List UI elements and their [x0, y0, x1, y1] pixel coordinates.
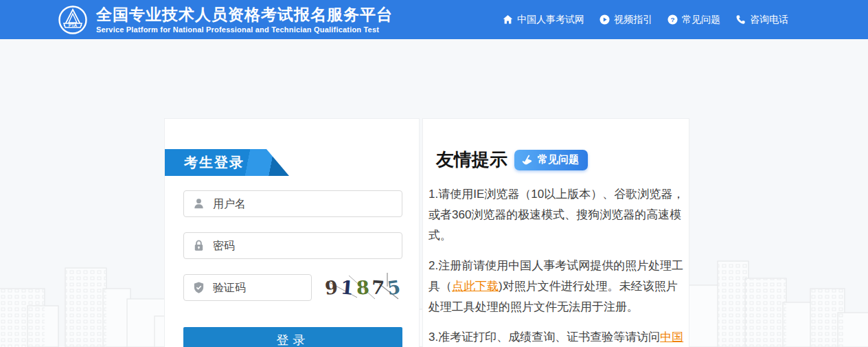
shield-check-icon	[192, 281, 205, 294]
user-icon	[192, 197, 205, 210]
captcha-input[interactable]	[213, 282, 303, 294]
nav-item-label: 常见问题	[682, 14, 720, 26]
header-nav: 中国人事考试网视频指引?常见问题咨询电话	[503, 14, 788, 26]
home-icon	[503, 14, 513, 25]
pointing-hand-icon	[521, 154, 533, 166]
site-title-block: 全国专业技术人员资格考试报名服务平台 Service Platform for …	[96, 5, 393, 34]
login-button[interactable]: 登录	[183, 327, 402, 347]
tips-header: 友情提示 常见问题	[436, 148, 681, 172]
login-panel: 考生登录	[164, 118, 420, 347]
captcha-image[interactable]: 91875	[321, 271, 404, 304]
nav-item-label: 咨询电话	[750, 14, 788, 26]
tip-text: 3.准考证打印、成绩查询、证书查验等请访问	[429, 331, 660, 344]
captcha-digit: 5	[386, 276, 402, 299]
tip-link[interactable]: 点此下载	[452, 280, 499, 293]
nav-item-label: 中国人事考试网	[517, 14, 584, 26]
phone-icon	[735, 14, 746, 25]
captcha-digit: 8	[356, 277, 369, 299]
tips-panel: 友情提示 常见问题 1.请使用IE浏览器（10以上版本）、谷歌浏览器，或者360…	[422, 118, 689, 347]
tips-list: 1.请使用IE浏览器（10以上版本）、谷歌浏览器，或者360浏览器的极速模式、搜…	[428, 184, 681, 347]
lock-icon	[192, 239, 205, 252]
nav-item-play[interactable]: 视频指引	[599, 14, 652, 26]
login-panel-title-ribbon: 考生登录	[165, 149, 289, 176]
captcha-digit: 7	[371, 276, 385, 298]
nav-item-question[interactable]: ?常见问题	[667, 14, 720, 26]
question-icon: ?	[667, 14, 678, 25]
username-input[interactable]	[213, 198, 393, 210]
tips-title: 友情提示	[436, 148, 507, 172]
tip-item: 2.注册前请使用中国人事考试网提供的照片处理工具（点此下载)对照片文件进行处理。…	[429, 256, 685, 317]
password-field-wrapper	[183, 232, 402, 259]
nav-item-label: 视频指引	[614, 14, 652, 26]
svg-text:PTA: PTA	[69, 23, 78, 27]
tip-item: 1.请使用IE浏览器（10以上版本）、谷歌浏览器，或者360浏览器的极速模式、搜…	[429, 184, 685, 246]
play-icon	[599, 14, 610, 25]
nav-item-phone[interactable]: 咨询电话	[735, 14, 788, 26]
header: PTA 全国专业技术人员资格考试报名服务平台 Service Platform …	[0, 0, 868, 39]
captcha-digit: 1	[339, 276, 354, 299]
svg-text:?: ?	[670, 16, 674, 23]
faq-badge-label: 常见问题	[538, 153, 579, 166]
site-subtitle: Service Platform for National Profession…	[96, 25, 393, 34]
tip-text: 1.请使用IE浏览器（10以上版本）、谷歌浏览器，或者360浏览器的极速模式、搜…	[429, 188, 684, 242]
pta-logo-icon: PTA	[58, 5, 88, 35]
captcha-field-wrapper	[183, 274, 312, 301]
site-title: 全国专业技术人员资格考试报名服务平台	[96, 5, 393, 23]
faq-badge-button[interactable]: 常见问题	[514, 150, 588, 170]
captcha-digit: 9	[324, 276, 339, 298]
tip-item: 3.准考证打印、成绩查询、证书查验等请访问中国人事考试网。	[429, 327, 685, 347]
nav-item-home[interactable]: 中国人事考试网	[503, 14, 584, 26]
password-input[interactable]	[213, 240, 393, 252]
username-field-wrapper	[183, 190, 402, 217]
